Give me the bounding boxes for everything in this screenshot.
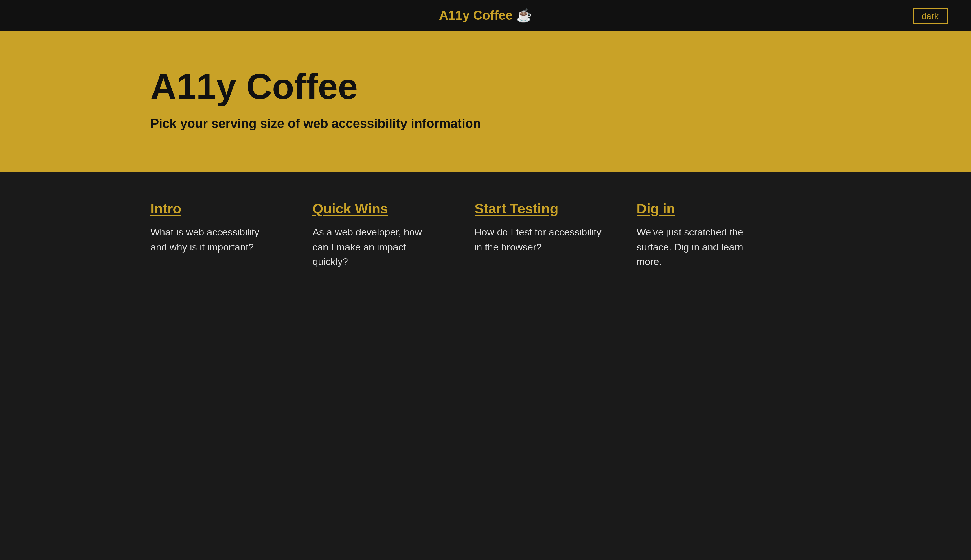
card-intro-desc: What is web accessibility and why is it … <box>150 225 278 255</box>
card-quick-wins-link[interactable]: Quick Wins <box>312 201 388 217</box>
content-section: Intro What is web accessibility and why … <box>0 172 971 280</box>
hero-section: A11y Coffee Pick your serving size of we… <box>0 31 971 172</box>
dark-mode-toggle[interactable]: dark <box>913 7 948 24</box>
card-start-testing: Start Testing How do I test for accessib… <box>474 201 602 269</box>
hero-subtitle: Pick your serving size of web accessibil… <box>150 116 948 131</box>
top-navbar: A11y Coffee ☕ dark <box>0 0 971 31</box>
card-intro: Intro What is web accessibility and why … <box>150 201 278 269</box>
card-dig-in-desc: We've just scratched the surface. Dig in… <box>637 225 764 269</box>
site-title: A11y Coffee ☕ <box>439 8 532 23</box>
card-start-testing-link[interactable]: Start Testing <box>474 201 559 217</box>
card-dig-in-link[interactable]: Dig in <box>637 201 675 217</box>
card-dig-in: Dig in We've just scratched the surface.… <box>637 201 764 269</box>
hero-title: A11y Coffee <box>150 66 948 107</box>
card-quick-wins-desc: As a web developer, how can I make an im… <box>312 225 440 269</box>
card-intro-link[interactable]: Intro <box>150 201 182 217</box>
card-quick-wins: Quick Wins As a web developer, how can I… <box>312 201 440 269</box>
card-start-testing-desc: How do I test for accessibility in the b… <box>474 225 602 255</box>
